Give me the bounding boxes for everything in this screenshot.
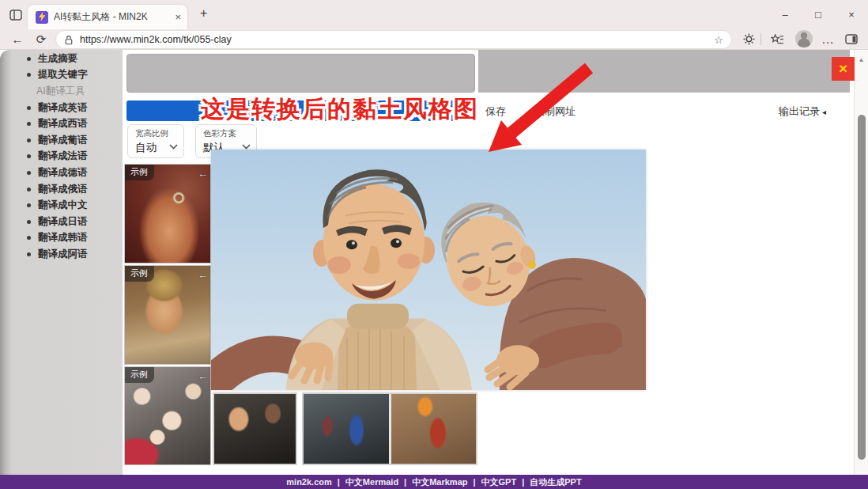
bullet-icon: [27, 171, 31, 175]
avengers-original-thumbnail[interactable]: [304, 394, 391, 464]
apply-example-arrow-icon[interactable]: ←: [198, 269, 208, 281]
bullet-icon: [27, 154, 31, 158]
site-favicon: [36, 11, 48, 24]
prompt-textarea[interactable]: [126, 54, 475, 93]
sidebar-item-label: 翻译成阿语: [38, 248, 88, 261]
sidebar-item-generate-summary[interactable]: 生成摘要: [0, 51, 123, 67]
output-records-label: 输出记录: [779, 105, 820, 117]
favorites-bar-icon[interactable]: [767, 29, 787, 49]
example-thumbnail-ring[interactable]: 示例 ←: [124, 164, 211, 263]
sidebar-item-translate-english[interactable]: 翻译成英语: [0, 100, 123, 116]
example-badge: 示例: [125, 165, 154, 180]
favicon-lightning-icon: [37, 12, 47, 22]
window-close-icon[interactable]: ×: [835, 0, 868, 29]
sidebar-header-ai-translate: AI翻译工具: [0, 83, 123, 100]
example-thumbnail-group-selfie[interactable]: 示例 ←: [124, 366, 211, 465]
footer-separator: |: [473, 477, 475, 487]
sidebar-header-label: AI翻译工具: [36, 85, 85, 98]
sidebar-item-label: 生成摘要: [38, 52, 77, 66]
aspect-ratio-dropdown[interactable]: 宽高比例 自动: [127, 124, 184, 158]
toolbar-divider: [760, 33, 761, 45]
sidebar-item-label: 翻译成日语: [38, 215, 88, 229]
chevron-down-icon: [169, 138, 178, 153]
bullet-icon: [27, 106, 31, 110]
sidebar-item-translate-japanese[interactable]: 翻译成日语: [0, 214, 123, 230]
sidebar-item-translate-french[interactable]: 翻译成法语: [0, 149, 123, 165]
sidebar-item-translate-russian[interactable]: 翻译成俄语: [0, 181, 123, 198]
minimize-icon[interactable]: –: [768, 0, 802, 29]
sidebar-item-translate-arabic[interactable]: 翻译成阿语: [0, 246, 123, 263]
scrollbar-up-icon[interactable]: ▲: [855, 56, 868, 63]
browser-tab[interactable]: AI转黏土风格 - MIN2K ×: [28, 5, 187, 29]
bullet-icon: [27, 188, 31, 191]
tab-close-icon[interactable]: ×: [175, 12, 181, 22]
browser-titlebar: AI转黏土风格 - MIN2K × + – □ ×: [0, 0, 868, 29]
browser-window: AI转黏土风格 - MIN2K × + – □ × ← ⟳ https://ww…: [0, 0, 868, 489]
browser-essentials-icon[interactable]: [738, 29, 759, 49]
clay-selfie-thumbnail[interactable]: [213, 392, 297, 465]
tab-title: AI转黏土风格 - MIN2K: [54, 10, 170, 24]
sidebar-item-translate-spanish[interactable]: 翻译成西语: [0, 116, 123, 132]
sidebar-item-label: 提取关键字: [38, 68, 88, 82]
footer-link-markmap[interactable]: 中文Markmap: [412, 476, 467, 488]
favorite-star-icon[interactable]: ☆: [714, 34, 723, 46]
avengers-clay-thumbnail[interactable]: [391, 394, 477, 464]
settings-more-icon[interactable]: …: [817, 29, 838, 49]
bullet-icon: [27, 122, 31, 126]
sidebar-item-translate-chinese[interactable]: 翻译成中文: [0, 197, 123, 214]
sidebar-item-label: 翻译成西语: [38, 117, 88, 131]
sidebar-item-label: 翻译成俄语: [38, 183, 88, 196]
sidebar-item-label: 翻译成韩语: [38, 231, 88, 244]
sidebar-item-translate-portuguese[interactable]: 翻译成葡语: [0, 132, 123, 149]
footer-separator: |: [338, 477, 340, 487]
tab-actions-icon[interactable]: [8, 8, 24, 22]
address-bar[interactable]: https://www.min2k.com/tk/055-clay ☆: [55, 30, 732, 49]
output-gray-panel: [478, 50, 850, 93]
sidebar-item-translate-german[interactable]: 翻译成德语: [0, 165, 123, 181]
refresh-icon[interactable]: ⟳: [32, 29, 51, 49]
new-tab-icon[interactable]: +: [200, 6, 207, 21]
profile-avatar[interactable]: [795, 30, 813, 47]
avengers-comparison-thumbnail[interactable]: [302, 392, 477, 465]
sidebar-item-label: 翻译成法语: [38, 150, 88, 163]
footer-link-mermaid[interactable]: 中文Mermaid: [345, 476, 398, 488]
annotation-text: 这是转换后的黏土风格图: [186, 93, 494, 126]
bullet-icon: [27, 236, 31, 240]
maximize-icon[interactable]: □: [802, 0, 835, 29]
page-content: 生成摘要 提取关键字 AI翻译工具 翻译成英语 翻译成西语 翻译成葡语 翻译成法…: [0, 50, 868, 475]
clay-style-result-image: [211, 150, 646, 390]
example-thumbnail-boy[interactable]: 示例 ←: [124, 265, 211, 365]
back-icon[interactable]: ←: [8, 29, 27, 49]
bullet-icon: [27, 73, 31, 77]
sidebar-item-extract-keywords[interactable]: 提取关键字: [0, 67, 123, 84]
footer-link-ppt[interactable]: 自动生成PPT: [530, 476, 581, 488]
copilot-sidebar-icon[interactable]: [841, 29, 862, 49]
aspect-ratio-label: 宽高比例: [135, 128, 177, 139]
bullet-icon: [27, 138, 31, 142]
close-panel-button[interactable]: ×: [832, 57, 855, 81]
browser-toolbar: ← ⟳ https://www.min2k.com/tk/055-clay ☆ …: [0, 29, 868, 50]
bullet-icon: [27, 57, 31, 61]
footer-link-gpt[interactable]: 中文GPT: [481, 476, 517, 488]
bullet-icon: [27, 203, 31, 207]
example-badge: 示例: [125, 266, 154, 282]
apply-example-arrow-icon[interactable]: ←: [198, 168, 208, 180]
output-records-button[interactable]: 输出记录◂: [755, 104, 826, 119]
apply-example-arrow-icon[interactable]: ←: [198, 370, 208, 382]
footer-link-min2k[interactable]: min2k.com: [286, 477, 331, 487]
scrollbar-thumb[interactable]: [858, 115, 866, 460]
page-scrollbar[interactable]: ▲: [854, 50, 868, 475]
sidebar-item-translate-korean[interactable]: 翻译成韩语: [0, 230, 123, 247]
sidebar-item-label: 翻译成葡语: [38, 134, 88, 147]
copy-url-button[interactable]: 复制网址: [534, 104, 576, 119]
url-text[interactable]: https://www.min2k.com/tk/055-clay: [80, 34, 714, 45]
sidebar-item-label: 翻译成英语: [38, 101, 88, 115]
footer-separator: |: [522, 477, 524, 487]
lock-icon: [64, 35, 74, 45]
sidebar-item-label: 翻译成中文: [38, 199, 88, 212]
sidebar: 生成摘要 提取关键字 AI翻译工具 翻译成英语 翻译成西语 翻译成葡语 翻译成法…: [0, 50, 123, 475]
color-scheme-label: 色彩方案: [203, 128, 250, 139]
window-controls: – □ ×: [768, 0, 868, 29]
close-x-icon: ×: [839, 60, 847, 78]
collapse-left-icon: ◂: [822, 108, 826, 116]
